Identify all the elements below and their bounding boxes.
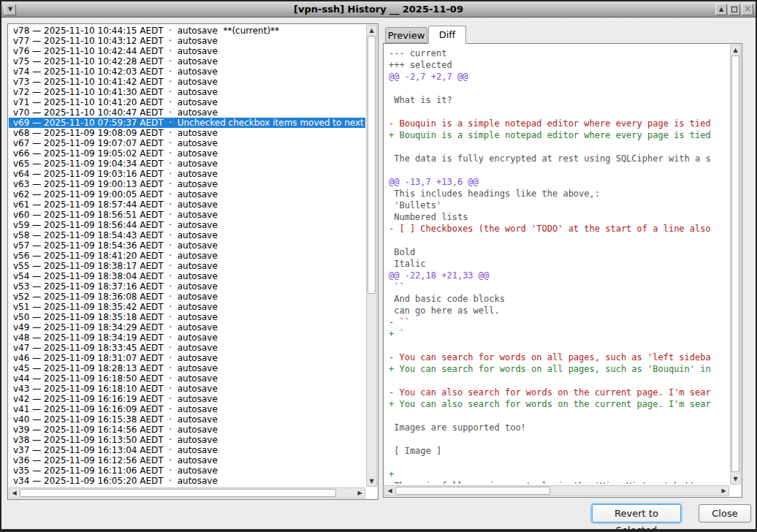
list-item[interactable]: v68 — 2025-11-09 19:08:09 AEDT · autosav… bbox=[9, 128, 365, 138]
shade-button[interactable]: ▲ bbox=[715, 4, 727, 15]
scroll-left-icon[interactable]: ◀ bbox=[385, 486, 395, 495]
list-item[interactable]: v67 — 2025-11-09 19:07:07 AEDT · autosav… bbox=[9, 138, 365, 148]
scroll-up-icon[interactable]: ▲ bbox=[367, 26, 376, 35]
diff-line: - Bouquin is a simple notepad editor whe… bbox=[389, 118, 729, 129]
list-item[interactable]: v74 — 2025-11-10 10:42:03 AEDT · autosav… bbox=[9, 66, 365, 77]
scroll-right-icon[interactable]: ▶ bbox=[719, 486, 729, 495]
list-item[interactable]: v40 — 2025-11-09 16:15:38 AEDT · autosav… bbox=[9, 414, 365, 425]
diff-line: - `` bbox=[389, 316, 729, 328]
diff-line: @@ -13,7 +13,6 @@ bbox=[389, 176, 729, 188]
scroll-right-icon[interactable]: ▶ bbox=[355, 488, 365, 498]
list-item[interactable]: v65 — 2025-11-09 19:04:34 AEDT · autosav… bbox=[9, 159, 365, 169]
diff-line: Numbered lists bbox=[389, 211, 729, 223]
list-item[interactable]: v42 — 2025-11-09 16:16:19 AEDT · autosav… bbox=[9, 394, 365, 404]
close-dialog-button[interactable]: Close bbox=[699, 504, 751, 522]
list-item[interactable]: v46 — 2025-11-09 18:31:07 AEDT · autosav… bbox=[9, 353, 365, 363]
close-button[interactable]: ✕ bbox=[742, 4, 753, 15]
list-item[interactable]: v45 — 2025-11-09 18:28:13 AEDT · autosav… bbox=[9, 363, 365, 373]
list-item[interactable]: v43 — 2025-11-09 16:18:10 AEDT · autosav… bbox=[9, 384, 365, 394]
list-item[interactable]: v72 — 2025-11-10 10:41:30 AEDT · autosav… bbox=[9, 87, 365, 97]
list-item[interactable]: v50 — 2025-11-09 18:35:18 AEDT · autosav… bbox=[9, 312, 365, 322]
list-item[interactable]: v60 — 2025-11-09 18:56:51 AEDT · autosav… bbox=[9, 210, 365, 220]
diff-vscroll-thumb[interactable] bbox=[731, 56, 739, 472]
list-item[interactable]: v36 — 2025-11-09 16:12:56 AEDT · autosav… bbox=[9, 455, 365, 466]
list-item[interactable]: v44 — 2025-11-09 16:18:50 AEDT · autosav… bbox=[9, 373, 365, 384]
list-item[interactable]: v57 — 2025-11-09 18:54:36 AEDT · autosav… bbox=[9, 240, 365, 251]
list-item[interactable]: v39 — 2025-11-09 16:14:56 AEDT · autosav… bbox=[9, 425, 365, 435]
revert-to-selected-button[interactable]: Revert to Selected bbox=[592, 504, 681, 522]
list-item[interactable]: v66 — 2025-11-09 19:05:02 AEDT · autosav… bbox=[9, 148, 365, 159]
list-item[interactable]: v41 — 2025-11-09 16:16:09 AEDT · autosav… bbox=[9, 404, 365, 414]
tab-diff[interactable]: Diff bbox=[428, 26, 466, 44]
window-menu-button[interactable]: ▼ bbox=[4, 4, 16, 15]
diff-line: - [ ] Checkboxes (the word 'TODO' at the… bbox=[389, 223, 729, 235]
list-item[interactable]: v34 — 2025-11-09 16:05:20 AEDT · autosav… bbox=[9, 476, 365, 486]
list-item[interactable]: v62 — 2025-11-09 19:00:05 AEDT · autosav… bbox=[9, 189, 365, 200]
titlebar[interactable]: ▼ [vpn-ssh] History __ 2025-11-09 ▲ ✕ bbox=[1, 1, 756, 18]
diff-line: Bold bbox=[389, 246, 729, 258]
diff-line: --- current bbox=[389, 48, 729, 59]
diff-line: + ` bbox=[389, 328, 729, 340]
window-menu-icon: ▼ bbox=[8, 6, 12, 12]
diff-line: +++ selected bbox=[389, 59, 729, 71]
list-item[interactable]: v78 — 2025-11-10 10:44:15 AEDT · autosav… bbox=[9, 26, 365, 36]
scroll-up-icon[interactable]: ▲ bbox=[731, 45, 740, 55]
diff-line: What is it? bbox=[389, 94, 729, 106]
diff-line: This includes headings like the above,: bbox=[389, 188, 729, 200]
list-item[interactable]: v51 — 2025-11-09 18:35:42 AEDT · autosav… bbox=[9, 302, 365, 312]
list-item[interactable]: v37 — 2025-11-09 16:13:04 AEDT · autosav… bbox=[9, 445, 365, 455]
diff-line: 'Bullets' bbox=[389, 200, 729, 211]
list-item[interactable]: v53 — 2025-11-09 18:37:16 AEDT · autosav… bbox=[9, 281, 365, 292]
history-vertical-scrollbar[interactable]: ▲ ▼ bbox=[366, 25, 377, 487]
list-item[interactable]: v55 — 2025-11-09 18:38:17 AEDT · autosav… bbox=[9, 261, 365, 271]
history-hscroll-thumb[interactable] bbox=[20, 489, 336, 497]
scroll-down-icon[interactable]: ▼ bbox=[367, 476, 376, 486]
scroll-down-icon[interactable]: ▼ bbox=[731, 474, 740, 484]
list-item[interactable]: v77 — 2025-11-10 10:43:12 AEDT · autosav… bbox=[9, 36, 365, 46]
list-item[interactable]: v73 — 2025-11-10 10:41:42 AEDT · autosav… bbox=[9, 77, 365, 87]
diff-line bbox=[389, 457, 729, 468]
diff-line: Images are supported too! bbox=[389, 422, 729, 433]
list-item[interactable]: v76 — 2025-11-10 10:42:44 AEDT · autosav… bbox=[9, 46, 365, 56]
maximize-button[interactable] bbox=[729, 4, 740, 15]
list-item[interactable]: v70 — 2025-11-10 10:40:47 AEDT · autosav… bbox=[9, 107, 365, 118]
diff-line: [ Image ] bbox=[389, 445, 729, 457]
list-item[interactable]: v58 — 2025-11-09 18:54:43 AEDT · autosav… bbox=[9, 230, 365, 240]
diff-line bbox=[389, 235, 729, 246]
diff-line: - You can also search for words on the c… bbox=[389, 387, 729, 398]
list-item[interactable]: v64 — 2025-11-09 19:03:16 AEDT · autosav… bbox=[9, 169, 365, 179]
scroll-left-icon[interactable]: ◀ bbox=[9, 488, 19, 498]
shade-icon: ▲ bbox=[719, 6, 723, 12]
list-item[interactable]: v35 — 2025-11-09 16:11:06 AEDT · autosav… bbox=[9, 466, 365, 476]
list-item[interactable]: v47 — 2025-11-09 18:33:45 AEDT · autosav… bbox=[9, 343, 365, 353]
diff-line bbox=[389, 164, 729, 176]
list-item[interactable]: v71 — 2025-11-10 10:41:20 AEDT · autosav… bbox=[9, 97, 365, 107]
history-vscroll-thumb[interactable] bbox=[368, 36, 376, 294]
list-item[interactable]: v59 — 2025-11-09 18:56:44 AEDT · autosav… bbox=[9, 220, 365, 230]
diff-horizontal-scrollbar[interactable]: ◀ ▶ bbox=[384, 485, 729, 496]
list-item[interactable]: v69 — 2025-11-10 07:59:37 AEDT · Uncheck… bbox=[9, 118, 365, 128]
list-item[interactable]: v38 — 2025-11-09 16:13:50 AEDT · autosav… bbox=[9, 435, 365, 445]
list-item[interactable]: v56 — 2025-11-09 18:41:20 AEDT · autosav… bbox=[9, 251, 365, 261]
list-item[interactable]: v61 — 2025-11-09 18:57:44 AEDT · autosav… bbox=[9, 200, 365, 210]
list-item[interactable]: v49 — 2025-11-09 18:34:29 AEDT · autosav… bbox=[9, 322, 365, 332]
history-horizontal-scrollbar[interactable]: ◀ ▶ bbox=[9, 487, 365, 498]
window-title: [vpn-ssh] History __ 2025-11-09 bbox=[1, 1, 756, 18]
diff-lines: --- current+++ selected@@ -2,7 +2,7 @@ W… bbox=[384, 45, 729, 484]
diff-vertical-scrollbar[interactable]: ▲ ▼ bbox=[730, 45, 741, 484]
diff-line: + bbox=[389, 468, 729, 480]
diff-line bbox=[389, 375, 729, 387]
list-item[interactable]: v52 — 2025-11-09 18:36:08 AEDT · autosav… bbox=[9, 292, 365, 302]
diff-line: - You can search for words on all pages,… bbox=[389, 352, 729, 363]
diff-line: Italic bbox=[389, 258, 729, 270]
diff-hscroll-thumb[interactable] bbox=[395, 487, 550, 495]
list-item[interactable]: v48 — 2025-11-09 18:34:19 AEDT · autosav… bbox=[9, 332, 365, 343]
list-item[interactable]: v63 — 2025-11-09 19:00:13 AEDT · autosav… bbox=[9, 179, 365, 189]
diff-line: And basic code blocks bbox=[389, 293, 729, 305]
tab-preview[interactable]: Preview bbox=[385, 27, 427, 43]
diff-line: + Bouquin is a simple notepad editor whe… bbox=[389, 129, 729, 141]
history-rows: v78 — 2025-11-10 10:44:15 AEDT · autosav… bbox=[9, 26, 365, 486]
list-item[interactable]: v75 — 2025-11-10 10:42:28 AEDT · autosav… bbox=[9, 56, 365, 66]
list-item[interactable]: v54 — 2025-11-09 18:38:04 AEDT · autosav… bbox=[9, 271, 365, 281]
diff-line bbox=[389, 433, 729, 445]
